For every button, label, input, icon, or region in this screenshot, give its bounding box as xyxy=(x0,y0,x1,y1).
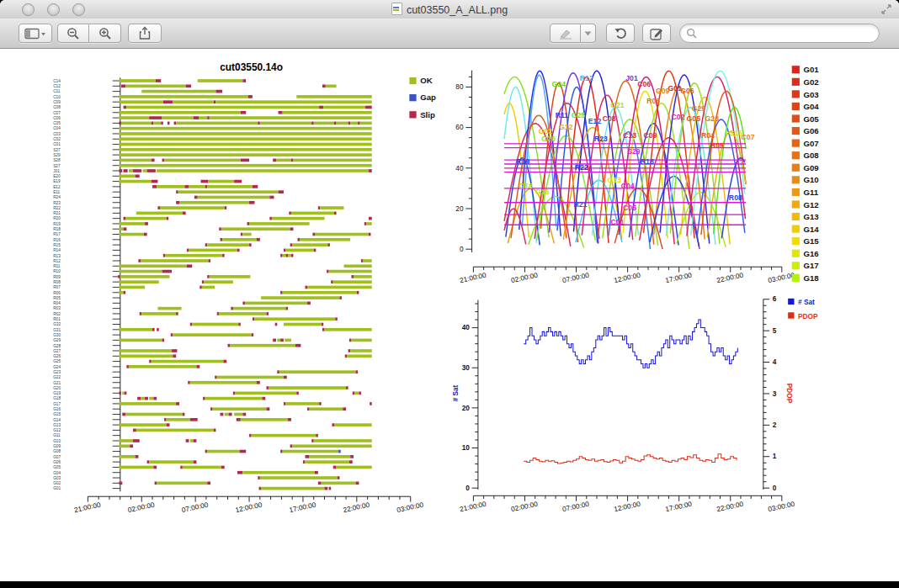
obs-segment xyxy=(144,233,147,236)
obs-segment xyxy=(119,159,151,162)
obs-segment xyxy=(258,476,260,479)
zoom-out-button[interactable] xyxy=(57,24,89,43)
sat-label: R06 xyxy=(53,291,61,295)
sat-label: S37 xyxy=(53,148,61,152)
obs-segment xyxy=(314,249,317,252)
markup-button[interactable] xyxy=(642,24,671,43)
pdop-tick-label: 5 xyxy=(773,327,777,335)
legend-label: G07 xyxy=(803,139,818,148)
window-title-text: cut03550_A_ALL.png xyxy=(407,4,508,16)
sat-label: R18 xyxy=(53,227,61,231)
obs-segment xyxy=(266,386,269,389)
sat-label: C12 xyxy=(53,84,61,88)
title-bar[interactable]: cut03550_A_ALL.png xyxy=(0,0,899,19)
obs-segment xyxy=(161,122,163,125)
obs-segment xyxy=(168,122,170,125)
obs-segment xyxy=(119,132,371,135)
obs-segment xyxy=(370,402,372,405)
time-tick-label: 07:00:00 xyxy=(181,501,210,515)
sat-label: G29 xyxy=(53,338,61,342)
sat-row: G18 xyxy=(53,396,265,400)
obs-segment xyxy=(210,407,213,411)
obs-segment xyxy=(233,391,236,395)
pdop-tick-label: 3 xyxy=(773,390,777,398)
search-field[interactable] xyxy=(679,24,880,43)
obs-segment xyxy=(279,370,356,373)
obs-segment xyxy=(188,381,190,384)
obs-segment xyxy=(173,354,176,358)
time-tick-label: 17:00:00 xyxy=(665,501,694,514)
sat-row: G32 xyxy=(53,322,323,326)
sat-row: G26 xyxy=(53,354,372,358)
obs-segment xyxy=(222,238,257,241)
share-button[interactable] xyxy=(128,24,162,43)
sat-id-label: C06 xyxy=(637,80,651,88)
sat-label: C03 xyxy=(53,132,61,136)
obs-segment xyxy=(162,270,173,273)
legend-swatch xyxy=(788,299,794,305)
obs-segment xyxy=(241,233,243,236)
sat-row: R21 xyxy=(53,211,336,215)
sidebar-toggle-button[interactable] xyxy=(19,24,52,43)
sat-label: G17 xyxy=(53,402,61,406)
obs-segment xyxy=(167,423,170,426)
obs-segment xyxy=(333,466,337,469)
obs-segment xyxy=(153,397,157,400)
obs-segment xyxy=(186,439,189,442)
obs-segment xyxy=(122,391,125,395)
obs-segment xyxy=(303,460,306,464)
legend-swatch xyxy=(792,274,800,282)
highlighter-menu-button[interactable] xyxy=(581,24,596,43)
legend-label: G04 xyxy=(803,102,819,111)
obs-segment xyxy=(245,302,307,305)
zoom-in-button[interactable] xyxy=(89,24,121,43)
sat-label: R23 xyxy=(53,201,61,205)
legend-label: G01 xyxy=(803,65,819,74)
sat-row: G08 xyxy=(53,449,341,453)
obs-segment xyxy=(350,122,358,125)
obs-segment xyxy=(124,106,127,109)
search-input[interactable] xyxy=(700,27,872,40)
obs-segment xyxy=(183,212,186,215)
sat-row: G15 xyxy=(53,412,246,416)
pdop-series xyxy=(524,454,737,464)
time-tick-label: 22:00:00 xyxy=(343,501,371,515)
obs-segment xyxy=(164,159,241,162)
sat-label: G31 xyxy=(53,328,61,332)
obs-segment xyxy=(119,79,155,82)
obs-segment xyxy=(259,487,262,490)
time-tick-label: 17:00:00 xyxy=(665,272,694,285)
sat-row: R04 xyxy=(53,301,311,305)
obs-segment xyxy=(343,407,346,411)
sat-id-label: G26 xyxy=(541,135,556,143)
sat-row: G13 xyxy=(53,423,372,427)
fullscreen-icon[interactable] xyxy=(880,3,892,15)
sat-id-label: C02 xyxy=(671,113,684,121)
obs-segment xyxy=(183,466,221,469)
sat-label: G20 xyxy=(53,386,61,390)
obs-segment xyxy=(311,439,314,442)
obs-segment xyxy=(119,423,166,426)
obs-segment xyxy=(129,365,197,368)
obs-segment xyxy=(189,185,205,188)
obs-segment xyxy=(283,450,338,453)
obs-segment xyxy=(322,481,356,485)
obs-segment xyxy=(119,349,172,352)
highlighter-button[interactable] xyxy=(550,24,581,43)
obs-segment xyxy=(310,407,343,411)
sat-label: R20 xyxy=(53,216,61,220)
obs-segment xyxy=(215,90,222,93)
obs-segment xyxy=(213,407,267,411)
obs-segment xyxy=(210,275,251,278)
highlighter-icon xyxy=(558,28,573,40)
pdop-axis-title: PDOP xyxy=(785,384,793,404)
obs-segment xyxy=(280,291,283,294)
obs-segment xyxy=(277,339,280,342)
rotate-left-button[interactable] xyxy=(606,24,635,43)
obs-segment xyxy=(280,450,283,453)
report-image: cut03550.14oOKGapSlipC14C12C11C10C09C08C… xyxy=(0,49,899,581)
sat-label: R19 xyxy=(53,222,61,226)
obs-segment xyxy=(349,460,353,464)
elev-tick-label: 80 xyxy=(455,83,464,91)
obs-segment xyxy=(208,180,234,183)
